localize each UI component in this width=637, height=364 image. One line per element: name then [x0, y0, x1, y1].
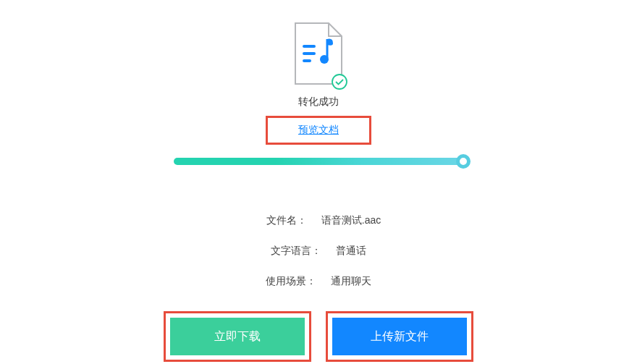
svg-point-4	[332, 75, 347, 89]
svg-rect-0	[303, 45, 316, 48]
upload-new-file-button[interactable]: 上传新文件	[332, 318, 467, 355]
buttons-row: 立即下载 上传新文件	[164, 311, 473, 362]
language-value: 普通话	[336, 245, 366, 258]
checkmark-icon	[332, 74, 347, 90]
language-label: 文字语言：	[271, 245, 321, 258]
document-audio-icon	[292, 22, 345, 87]
language-row: 文字语言： 普通话	[271, 245, 366, 258]
svg-point-3	[320, 55, 329, 64]
progress-bar-fill	[174, 158, 463, 165]
main-container: 转化成功 预览文档 文件名： 语音测试.aac 文字语言： 普通话 使用场景： …	[0, 0, 637, 362]
preview-link-highlight: 预览文档	[266, 116, 371, 145]
progress-knob[interactable]	[456, 154, 471, 169]
file-name-row: 文件名： 语音测试.aac	[256, 214, 381, 227]
scenario-row: 使用场景： 通用聊天	[266, 275, 371, 288]
download-button-highlight: 立即下载	[164, 311, 311, 362]
download-button[interactable]: 立即下载	[170, 318, 305, 355]
svg-rect-2	[303, 59, 311, 62]
file-name-label: 文件名：	[256, 214, 307, 227]
upload-button-highlight: 上传新文件	[326, 311, 473, 362]
progress-bar-container	[174, 158, 463, 165]
preview-document-link[interactable]: 预览文档	[298, 124, 339, 135]
scenario-value: 通用聊天	[331, 275, 371, 288]
conversion-status-label: 转化成功	[298, 96, 339, 109]
file-name-value: 语音测试.aac	[321, 214, 381, 227]
scenario-label: 使用场景：	[266, 275, 316, 288]
svg-rect-1	[303, 52, 316, 55]
